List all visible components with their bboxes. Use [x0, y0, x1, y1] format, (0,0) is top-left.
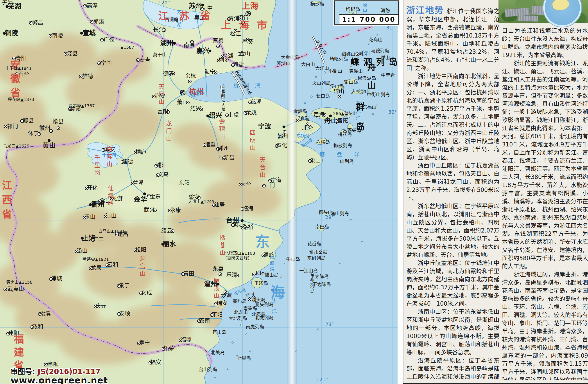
map-label: 官山岛 — [213, 330, 226, 335]
map-label: 开化 — [87, 185, 98, 191]
map-label: 镇海 — [299, 116, 310, 122]
map-label: 铜陵 — [5, 29, 18, 37]
map-label: 龙湾 — [221, 293, 232, 299]
city-symbol — [39, 134, 40, 135]
review-number: JS(2016)01-117 — [38, 367, 101, 376]
map-label: 徽州 — [39, 125, 50, 131]
map-label: 江苏省 — [158, 10, 221, 22]
map-label: 白际山 — [107, 146, 113, 168]
map-label: 歙县 — [53, 118, 64, 125]
map-label: 十王峰▲1841 — [5, 66, 32, 71]
map-label: 瑞安 — [217, 300, 228, 306]
map-label: 建德 — [122, 158, 133, 165]
map-label: 上虞 — [228, 112, 239, 118]
map-label: 象山 — [310, 158, 321, 164]
city-symbol — [189, 81, 190, 82]
map-label: 花鸟山 — [369, 37, 383, 42]
map-label: 牛山岛 — [286, 256, 300, 262]
map-label: 休宁 — [28, 130, 39, 136]
map-label: 北关岛 — [211, 350, 225, 355]
map-label: 仙霞岭 — [108, 185, 114, 207]
map-label: 玉环岛 — [254, 281, 268, 286]
map-label: 宣城 — [83, 29, 96, 37]
city-symbol — [21, 120, 22, 122]
map-label: 31° — [386, 25, 395, 30]
map-label: 黄泽山 — [349, 68, 363, 74]
map-label: 金山 — [239, 50, 250, 57]
map-label: 福安 — [150, 359, 161, 365]
map-label: 台山列岛 — [199, 367, 217, 372]
map-label: 岱山 — [333, 88, 344, 94]
map-label: 286▲普陀山 — [333, 111, 357, 116]
map-label: 120° — [158, 0, 170, 5]
city-symbol — [248, 13, 249, 14]
map-label: 奉贤 — [242, 39, 253, 45]
map-label: 29° — [325, 215, 334, 220]
map-label: 北仑 — [302, 125, 313, 131]
map-label: 德清 — [163, 70, 174, 77]
map-label: 雀儿岙岛 — [309, 249, 327, 254]
map-label: 浦江 — [156, 162, 167, 168]
city-symbol — [65, 53, 66, 54]
map-label: 郎溪 — [93, 19, 104, 25]
city-symbol — [164, 30, 165, 31]
map-label: 临海 — [242, 205, 253, 212]
map-label: 披山岛 — [265, 272, 279, 277]
map-label: 上海 — [242, 1, 258, 11]
review-number-label: 审图号: — [11, 367, 35, 376]
city-symbol — [51, 131, 52, 132]
city-symbol — [215, 72, 216, 73]
map-label: 永嘉 — [213, 266, 224, 272]
map-label: 清凉峰▲1787 — [68, 103, 95, 108]
map-label: 千里岗 — [94, 154, 100, 176]
map-label: 定海 — [313, 111, 324, 118]
map-label: 无为 — [2, 0, 13, 6]
map-label: 丽水 — [163, 240, 176, 248]
article-title: 浙江地势 — [406, 6, 444, 15]
map-label: 萧山 — [177, 99, 188, 105]
map-label: 舟山 — [324, 117, 337, 124]
map-label: 洞头 — [245, 292, 256, 298]
map-label: 七星岛 — [237, 356, 251, 361]
map-label: 大白山 — [301, 62, 315, 67]
article-paragraph: 浙江地势由西南向东北倾斜，呈阶梯下降，全省地形可分为两大部分：一、浙北平原区：包… — [406, 72, 499, 162]
map-label: 余姚 — [246, 109, 257, 116]
inset-island-label: 海礁 — [381, 6, 390, 13]
map-label: 大金山岛 — [281, 55, 299, 60]
city-symbol — [5, 289, 6, 290]
map-label: 北龙山 — [234, 310, 248, 315]
city-symbol — [148, 195, 150, 196]
map-label: 洞头洋 — [272, 287, 277, 314]
map-label: 大洋山 — [315, 66, 329, 71]
map-label: 大盘山▲1245 — [188, 199, 214, 204]
map-label: 东 — [255, 234, 270, 250]
map-label: 四明山 — [250, 130, 256, 151]
map-label: 慈溪 — [251, 99, 262, 105]
article-paragraph: 沿海丘陵平原区：位于本省东部，面临东海。沿海半岛和岛屿是陆上丘陵伸入沿海和浸没海… — [406, 357, 499, 380]
map-label: 洞宫山 — [140, 255, 146, 277]
map-label: 福鼎 — [181, 337, 191, 343]
article-paragraph: 浙东盆地低山区：在宁绍平原以南，括苍山以北，以浦阳江与浙西中山丘陵区分界，包括会… — [406, 202, 499, 259]
map-label: 28° — [325, 322, 334, 327]
map-label: 南麂列岛 — [246, 324, 264, 329]
map-label: 广丰 — [93, 236, 104, 243]
map-label: 景宁 — [119, 282, 130, 289]
map-label: 北雁荡山▲1108 — [225, 251, 255, 256]
map-label: 繁昌 — [32, 20, 43, 26]
city-symbol — [5, 126, 6, 127]
map-scale: 1:1 700 000 — [339, 14, 399, 24]
map-label: 小衢山 — [328, 68, 342, 73]
city-symbol — [102, 39, 103, 40]
city-symbol — [91, 21, 92, 23]
page-spread: 苏州芜湖铜陵宣城湖州嘉兴绍兴宁波舟山金华衢州丽水台州温州黄山上饶上海杭州无为高淳… — [0, 0, 588, 384]
city-symbol — [85, 5, 86, 6]
map-label: 松溪 — [40, 310, 51, 316]
map-label: 泾县 — [67, 50, 78, 57]
map-label: 鄞州 — [277, 133, 289, 139]
map-label: 苏州 — [189, 2, 202, 9]
map-label: 下大陈岛 — [313, 282, 331, 287]
map-label: 义乌 — [158, 171, 169, 178]
locator-landmass — [551, 0, 570, 12]
map-label: 上海市 — [221, 19, 275, 31]
map-label: 隘顽湾 — [270, 255, 274, 271]
